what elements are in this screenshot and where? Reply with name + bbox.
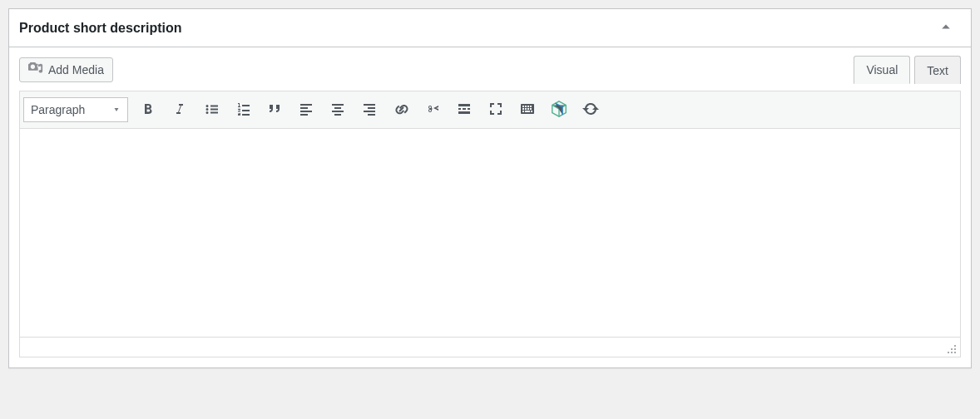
align-center-icon — [329, 101, 346, 120]
insert-more-button[interactable] — [418, 95, 448, 125]
bold-button[interactable] — [133, 95, 163, 125]
resize-handle[interactable] — [943, 341, 957, 354]
tab-visual[interactable]: Visual — [854, 56, 910, 84]
add-media-label: Add Media — [48, 64, 104, 76]
blockquote-button[interactable] — [260, 95, 290, 125]
svg-point-7 — [954, 352, 956, 353]
align-center-button[interactable] — [323, 95, 353, 125]
svg-point-6 — [951, 352, 953, 353]
camera-music-icon — [28, 62, 43, 78]
align-right-button[interactable] — [354, 95, 384, 125]
scissors-break-icon — [424, 101, 441, 120]
keyboard-toggle-icon — [519, 101, 536, 120]
fullscreen-icon — [488, 101, 504, 120]
fullscreen-button[interactable] — [481, 95, 511, 125]
editor-mode-tabs: Visual Text — [849, 56, 961, 84]
align-left-button[interactable] — [291, 95, 321, 125]
svg-point-2 — [954, 345, 956, 347]
bold-icon — [140, 101, 156, 120]
bullet-list-button[interactable] — [196, 95, 226, 125]
tinymce-editor: Paragraph — [19, 91, 961, 357]
toolbar-toggle-button[interactable] — [512, 95, 542, 125]
editor-statusbar — [20, 337, 960, 357]
refresh-icon — [582, 101, 599, 120]
cube-icon — [550, 100, 568, 121]
editor-wrapper: Visual Text Paragraph — [19, 91, 961, 357]
numbered-list-button[interactable] — [228, 95, 258, 125]
svg-point-3 — [951, 348, 953, 350]
panel-header: Product short description — [9, 9, 971, 47]
panel-body: Add Media Visual Text Paragraph — [9, 47, 971, 367]
italic-button[interactable] — [165, 95, 195, 125]
plugin-cube-button[interactable] — [544, 95, 574, 125]
panel-actions — [931, 13, 961, 43]
tab-text[interactable]: Text — [914, 56, 961, 84]
add-media-button[interactable]: Add Media — [19, 57, 113, 82]
editor-content-area[interactable] — [20, 129, 960, 337]
quote-icon — [266, 101, 283, 120]
refresh-button[interactable] — [576, 95, 606, 125]
chevron-down-icon — [112, 103, 121, 116]
align-left-icon — [298, 101, 314, 120]
link-icon — [393, 101, 409, 120]
link-button[interactable] — [386, 95, 416, 125]
italic-icon — [171, 101, 188, 120]
format-selector[interactable]: Paragraph — [23, 97, 128, 122]
format-selector-label: Paragraph — [31, 103, 85, 116]
numbered-list-icon — [235, 101, 251, 120]
insert-pagebreak-button[interactable] — [449, 95, 479, 125]
editor-toolbar: Paragraph — [20, 91, 960, 129]
panel-title: Product short description — [19, 21, 182, 36]
bullet-list-icon — [203, 101, 220, 120]
product-short-description-panel: Product short description Add Media Visu… — [8, 8, 972, 368]
svg-point-5 — [948, 352, 949, 353]
page-break-icon — [456, 101, 473, 120]
media-buttons-row: Add Media — [19, 57, 961, 82]
panel-toggle-button[interactable] — [931, 13, 961, 43]
align-right-icon — [361, 101, 378, 120]
caret-up-icon — [941, 22, 951, 34]
svg-point-4 — [954, 348, 956, 350]
